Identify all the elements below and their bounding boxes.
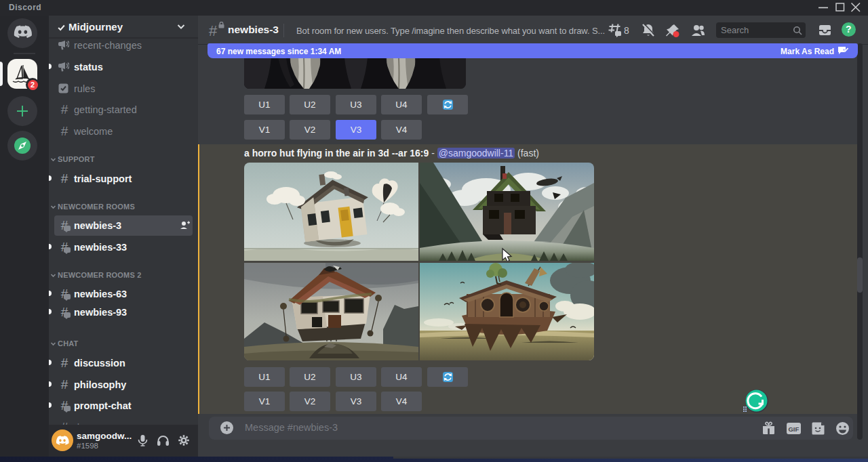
svg-text:GIF: GIF xyxy=(788,425,799,433)
